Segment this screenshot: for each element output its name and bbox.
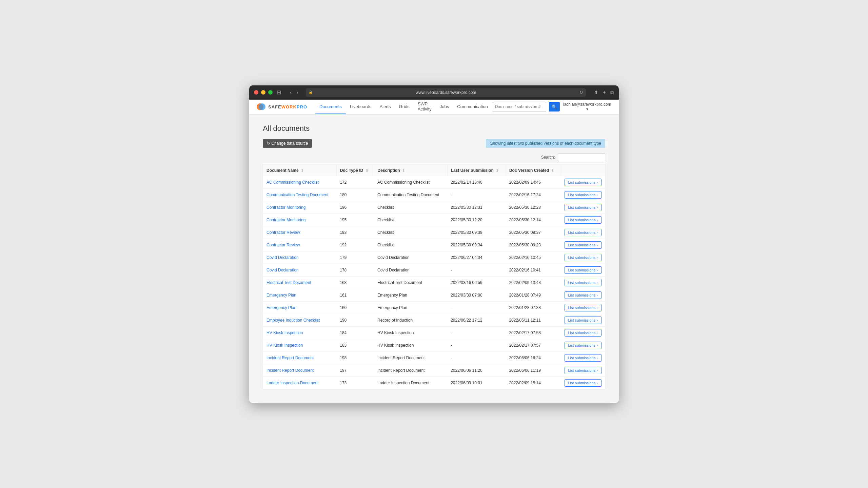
address-bar[interactable]: 🔒 www.liveboards.safeworkpro.com ↻ [306, 88, 586, 97]
cell-description: Covid Declaration [374, 264, 447, 276]
table-search-input[interactable] [558, 153, 605, 161]
col-doc-type-id[interactable]: Doc Type ID ⇕ [336, 165, 374, 176]
doc-name-link[interactable]: Contractor Monitoring [267, 218, 305, 222]
doc-name-link[interactable]: Electrical Test Document [267, 280, 311, 285]
nav-documents[interactable]: Documents [315, 99, 346, 114]
cell-action: List submissions › [561, 314, 605, 326]
user-menu-button[interactable]: lachlan@safeworkpro.com ▾ [563, 102, 612, 111]
page-title: All documents [263, 124, 605, 133]
cell-description: Electrical Test Document [374, 276, 447, 289]
cell-doc-type-id: 179 [336, 251, 374, 264]
list-submissions-button[interactable]: List submissions › [565, 279, 601, 286]
app-nav: SAFEWORKPRO Documents Liveboards Alerts … [249, 100, 619, 115]
cell-doc-name: Communication Testing Document [263, 188, 337, 201]
cell-action: List submissions › [561, 377, 605, 389]
nav-alerts[interactable]: Alerts [375, 99, 395, 114]
lock-icon: 🔒 [309, 90, 313, 94]
sort-arrow-ver: ⇕ [551, 169, 554, 172]
list-submissions-button[interactable]: List submissions › [565, 254, 601, 261]
nav-jobs[interactable]: Jobs [436, 99, 453, 114]
doc-name-link[interactable]: Incident Report Document [267, 355, 314, 360]
list-submissions-button[interactable]: List submissions › [565, 191, 601, 199]
col-version-created[interactable]: Doc Version Created ⇕ [506, 165, 561, 176]
cell-last-submission: 2022/05/30 09:34 [447, 239, 506, 251]
cell-description: Ladder Inspection Document [374, 377, 447, 389]
nav-search-input[interactable] [492, 102, 546, 111]
nav-search-button[interactable]: 🔍 [549, 102, 560, 111]
doc-name-link[interactable]: HV Kiosk Inspection [267, 330, 303, 335]
cell-doc-type-id: 180 [336, 188, 374, 201]
nav-liveboards[interactable]: Liveboards [346, 99, 376, 114]
cell-last-submission: 2022/06/22 17:12 [447, 314, 506, 326]
nav-communication[interactable]: Communication [453, 99, 492, 114]
cell-doc-type-id: 192 [336, 239, 374, 251]
doc-name-link[interactable]: HV Kiosk Inspection [267, 343, 303, 348]
doc-name-link[interactable]: Incident Report Document [267, 368, 314, 373]
reload-button[interactable]: ↻ [579, 90, 583, 95]
doc-name-link[interactable]: AC Commissioning Checklist [267, 180, 319, 185]
list-submissions-button[interactable]: List submissions › [565, 241, 601, 249]
cell-last-submission: 2022/06/27 04:34 [447, 251, 506, 264]
list-submissions-button[interactable]: List submissions › [565, 367, 601, 374]
list-submissions-button[interactable]: List submissions › [565, 342, 601, 349]
cell-version-created: 2022/01/28 07:49 [506, 289, 561, 301]
list-submissions-button[interactable]: List submissions › [565, 216, 601, 224]
doc-name-link[interactable]: Covid Declaration [267, 255, 299, 260]
list-submissions-button[interactable]: List submissions › [565, 179, 601, 186]
search-row: Search: [263, 153, 605, 161]
doc-name-link[interactable]: Communication Testing Document [267, 192, 329, 197]
close-window-button[interactable] [254, 90, 258, 95]
list-submissions-button[interactable]: List submissions › [565, 317, 601, 324]
table-row: Contractor Monitoring195Checklist2022/05… [263, 214, 605, 226]
list-submissions-button[interactable]: List submissions › [565, 379, 601, 387]
col-last-submission[interactable]: Last User Submission ⇕ [447, 165, 506, 176]
cell-description: Covid Declaration [374, 251, 447, 264]
cell-description: Emergency Plan [374, 289, 447, 301]
doc-name-link[interactable]: Emergency Plan [267, 305, 296, 310]
list-submissions-button[interactable]: List submissions › [565, 291, 601, 299]
doc-name-link[interactable]: Ladder Inspection Document [267, 381, 318, 385]
nav-grids[interactable]: Grids [395, 99, 414, 114]
cell-version-created: 2022/02/17 07:58 [506, 326, 561, 339]
col-document-name[interactable]: Document Name ⇕ [263, 165, 337, 176]
cell-description: Incident Report Document [374, 364, 447, 377]
cell-description: Checklist [374, 226, 447, 239]
table-row: Ladder Inspection Document173Ladder Insp… [263, 377, 605, 389]
change-data-source-button[interactable]: ⟳ Change data source [263, 139, 312, 148]
list-submissions-button[interactable]: List submissions › [565, 204, 601, 211]
list-submissions-button[interactable]: List submissions › [565, 229, 601, 236]
doc-name-link[interactable]: Covid Declaration [267, 268, 299, 272]
doc-name-link[interactable]: Contractor Monitoring [267, 205, 305, 210]
cell-description: Communication Testing Document [374, 188, 447, 201]
doc-name-link[interactable]: Contractor Review [267, 230, 300, 235]
col-description[interactable]: Description ⇕ [374, 165, 447, 176]
cell-action: List submissions › [561, 326, 605, 339]
url-text: www.liveboards.safeworkpro.com [315, 90, 577, 95]
new-tab-button[interactable]: ＋ [602, 89, 607, 96]
minimize-window-button[interactable] [261, 90, 265, 95]
table-row: Communication Testing Document180Communi… [263, 188, 605, 201]
cell-last-submission: 2022/03/16 06:59 [447, 276, 506, 289]
forward-button[interactable]: › [295, 89, 299, 96]
split-view-button[interactable]: ⧉ [610, 89, 614, 96]
share-button[interactable]: ⬆ [594, 89, 598, 96]
list-submissions-button[interactable]: List submissions › [565, 304, 601, 311]
sidebar-toggle-button[interactable]: ⊟ [277, 89, 281, 96]
doc-name-link[interactable]: Contractor Review [267, 243, 300, 247]
nav-swp-activity[interactable]: SWP Activity [414, 99, 436, 114]
table-row: Incident Report Document197Incident Repo… [263, 364, 605, 377]
list-submissions-button[interactable]: List submissions › [565, 329, 601, 337]
cell-version-created: 2022/02/09 14:46 [506, 176, 561, 188]
cell-action: List submissions › [561, 214, 605, 226]
doc-name-link[interactable]: Employee Induction Checklist [267, 318, 320, 323]
cell-version-created: 2022/06/06 11:19 [506, 364, 561, 377]
list-submissions-button[interactable]: List submissions › [565, 266, 601, 274]
cell-last-submission: 2022/06/09 10:01 [447, 377, 506, 389]
back-button[interactable]: ‹ [289, 89, 293, 96]
table-row: Covid Declaration179Covid Declaration202… [263, 251, 605, 264]
list-submissions-button[interactable]: List submissions › [565, 354, 601, 362]
doc-name-link[interactable]: Emergency Plan [267, 293, 296, 298]
col-actions [561, 165, 605, 176]
nav-right: 🔍 lachlan@safeworkpro.com ▾ [492, 102, 612, 111]
maximize-window-button[interactable] [268, 90, 273, 95]
